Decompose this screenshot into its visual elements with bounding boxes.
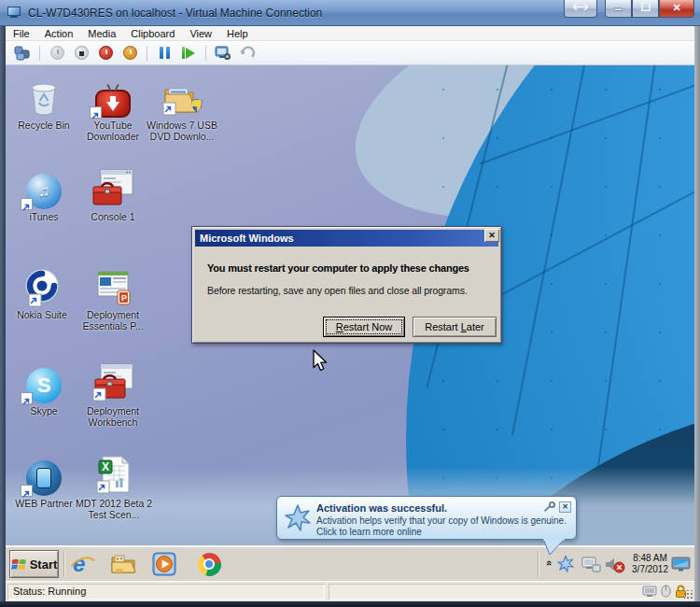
close-icon: ✕: [672, 2, 680, 13]
balloon-tail: [542, 539, 567, 557]
close-button[interactable]: ✕: [659, 0, 694, 18]
desktop-icon-skype[interactable]: S Skype: [7, 362, 80, 416]
balloon-link[interactable]: Click to learn more online: [316, 527, 422, 537]
tray-network-icon[interactable]: [581, 557, 601, 573]
dialog-heading: You must restart your computer to apply …: [207, 262, 469, 274]
tray-volume-muted-icon[interactable]: [605, 557, 625, 573]
quicklaunch-windows-explorer[interactable]: [110, 551, 136, 577]
dialog-title: Microsoft Windows: [200, 233, 294, 244]
quicklaunch-media-player[interactable]: [151, 551, 177, 577]
start-vm-button[interactable]: [48, 44, 66, 63]
youtube-downloader-icon: [77, 77, 149, 118]
balloon-title: Activation was successful.: [316, 502, 447, 514]
taskbar-divider: [63, 551, 65, 577]
resize-arrows-button[interactable]: [564, 0, 597, 18]
desktop-icon-nokia-suite[interactable]: Nokia Suite: [6, 266, 78, 320]
menu-media[interactable]: Media: [80, 26, 123, 41]
balloon-close-button[interactable]: ✕: [559, 501, 571, 513]
menu-help[interactable]: Help: [219, 26, 256, 41]
menu-clipboard[interactable]: Clipboard: [123, 26, 182, 41]
reset-button[interactable]: [179, 44, 198, 63]
document-powerpoint-icon: P: [77, 266, 149, 307]
snapshot-icon: [215, 46, 231, 61]
vm-taskbar: Start e: [6, 545, 694, 581]
shortcut-arrow-icon: [21, 198, 33, 210]
desktop-icon-youtube-downloader[interactable]: YouTube Downloader: [77, 77, 149, 142]
stop-icon: [75, 46, 89, 60]
close-icon: ✕: [488, 231, 496, 240]
window-border: [694, 26, 700, 601]
windows-flag-icon: [11, 558, 27, 572]
revert-arrow-icon: [239, 46, 256, 61]
restart-now-button[interactable]: Restart Now: [323, 317, 405, 337]
desktop-icon-recycle-bin[interactable]: Recycle Bin: [7, 77, 80, 131]
dialog-titlebar[interactable]: Microsoft Windows: [195, 230, 498, 247]
restart-later-button[interactable]: Restart Later: [413, 317, 497, 337]
hidden-icons-chevron[interactable]: «: [544, 560, 555, 566]
balloon-settings-button[interactable]: [543, 501, 555, 513]
start-button[interactable]: Start: [9, 550, 59, 578]
save-state-icon: [123, 46, 137, 60]
desktop-icon-mdt-2012[interactable]: X MDT 2012 Beta 2 Test Scen...: [75, 455, 153, 520]
clock-time: 8:48 AM: [632, 553, 668, 564]
toolbar-separator: [39, 46, 40, 61]
menu-file[interactable]: File: [6, 26, 37, 41]
quicklaunch-internet-explorer[interactable]: e: [69, 551, 95, 577]
window-border: [0, 26, 6, 601]
folder-shield-icon: [146, 77, 218, 118]
status-panel: Status: Running: [7, 584, 325, 600]
dialog-close-button[interactable]: ✕: [484, 229, 499, 242]
activation-balloon: Activation was successful. Activation he…: [276, 496, 577, 540]
pause-icon: [166, 47, 170, 59]
minimize-button[interactable]: [605, 0, 632, 18]
window-title: CL-W7D430RES on localhost - Virtual Mach…: [28, 7, 322, 20]
shortcut-arrow-icon: [21, 485, 33, 497]
menu-view[interactable]: View: [182, 26, 219, 41]
resize-grip[interactable]: [684, 590, 693, 600]
shutdown-icon: [99, 46, 113, 60]
pause-button[interactable]: [155, 44, 174, 63]
tray-activation-star-icon[interactable]: [556, 555, 575, 573]
balloon-body: Activation helps verify that your copy o…: [316, 515, 567, 526]
mouse-cursor: [312, 349, 330, 374]
ctrl-alt-del-button[interactable]: [13, 44, 32, 63]
desktop-icon-itunes[interactable]: ♫ iTunes: [7, 168, 80, 222]
pause-icon: [160, 47, 163, 59]
svg-text:e: e: [73, 552, 85, 576]
quicklaunch-chrome[interactable]: [196, 551, 222, 577]
desktop-icon-deployment-workbench[interactable]: Deployment Workbench: [77, 362, 149, 428]
media-player-icon: [152, 552, 176, 576]
vm-toolbar: [6, 41, 694, 65]
revert-button[interactable]: [238, 44, 257, 63]
desktop-icon-deployment-essentials[interactable]: P Deployment Essentials P...: [77, 266, 149, 332]
desktop-icon-console1[interactable]: Console 1: [77, 168, 149, 222]
menu-bar: File Action Media Clipboard View Help: [6, 26, 694, 41]
chrome-icon: [198, 553, 221, 576]
toolbar-separator: [147, 46, 147, 61]
itunes-icon: ♫: [7, 168, 80, 209]
menu-action[interactable]: Action: [37, 26, 81, 41]
status-text: Status: Running: [7, 584, 325, 600]
reset-icon: [186, 48, 195, 59]
taskbar-divider: [538, 551, 539, 577]
tray-display-icon[interactable]: [671, 557, 691, 572]
minimize-icon: [614, 3, 623, 11]
power-disabled-icon: [50, 46, 64, 60]
shortcut-arrow-icon: [90, 106, 102, 119]
turn-off-button[interactable]: [72, 44, 91, 63]
snapshot-button[interactable]: [214, 44, 232, 63]
skype-icon: S: [7, 362, 80, 403]
svg-text:X: X: [102, 460, 109, 473]
status-mouse-icon: [661, 585, 671, 598]
ctrl-alt-del-icon: [14, 46, 31, 61]
dialog-body-text: Before restarting, save any open files a…: [207, 285, 468, 296]
recycle-bin-icon: [7, 77, 80, 118]
save-state-button[interactable]: [120, 44, 139, 63]
desktop-icon-web-partner[interactable]: WEB Partner: [7, 455, 80, 509]
shut-down-button[interactable]: [96, 44, 115, 63]
maximize-button[interactable]: [632, 0, 659, 18]
window-border: [0, 601, 700, 607]
internet-explorer-icon: e: [70, 552, 95, 576]
desktop-icon-windows7-usb-dvd[interactable]: Windows 7 USB DVD Downlo...: [146, 77, 218, 142]
tray-clock[interactable]: 8:48 AM 3/7/2012: [632, 553, 668, 575]
